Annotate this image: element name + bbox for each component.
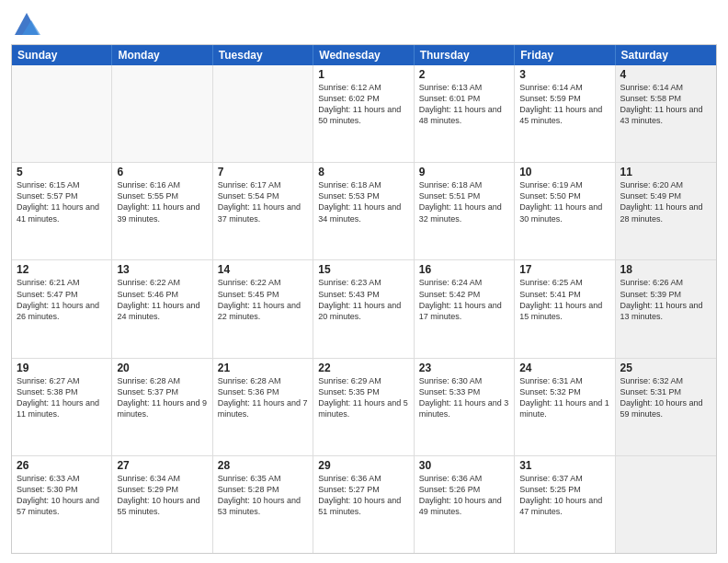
calendar-row-4: 26Sunrise: 6:33 AM Sunset: 5:30 PM Dayli…: [12, 456, 716, 553]
day-number: 31: [519, 459, 609, 472]
cell-info-text: Sunrise: 6:18 AM Sunset: 5:53 PM Dayligh…: [318, 179, 408, 224]
cell-info-text: Sunrise: 6:34 AM Sunset: 5:29 PM Dayligh…: [117, 473, 207, 518]
day-number: 13: [117, 263, 207, 276]
cell-info-text: Sunrise: 6:32 AM Sunset: 5:31 PM Dayligh…: [620, 375, 711, 420]
cell-info-text: Sunrise: 6:25 AM Sunset: 5:41 PM Dayligh…: [519, 277, 609, 322]
day-number: 4: [620, 68, 711, 81]
calendar-cell-3-5: 24Sunrise: 6:31 AM Sunset: 5:32 PM Dayli…: [515, 359, 615, 455]
calendar-cell-2-1: 13Sunrise: 6:22 AM Sunset: 5:46 PM Dayli…: [112, 260, 212, 357]
calendar-body: 1Sunrise: 6:12 AM Sunset: 6:02 PM Daylig…: [12, 65, 716, 553]
cell-info-text: Sunrise: 6:28 AM Sunset: 5:36 PM Dayligh…: [218, 375, 308, 420]
day-number: 21: [218, 362, 308, 374]
day-number: 14: [218, 263, 308, 276]
cell-info-text: Sunrise: 6:24 AM Sunset: 5:42 PM Dayligh…: [419, 277, 509, 322]
cell-info-text: Sunrise: 6:37 AM Sunset: 5:25 PM Dayligh…: [519, 473, 609, 518]
calendar-cell-3-2: 21Sunrise: 6:28 AM Sunset: 5:36 PM Dayli…: [213, 359, 313, 455]
cell-info-text: Sunrise: 6:19 AM Sunset: 5:50 PM Dayligh…: [519, 179, 609, 224]
calendar-cell-2-2: 14Sunrise: 6:22 AM Sunset: 5:45 PM Dayli…: [213, 260, 313, 357]
calendar-cell-1-5: 10Sunrise: 6:19 AM Sunset: 5:50 PM Dayli…: [515, 163, 615, 259]
cell-info-text: Sunrise: 6:14 AM Sunset: 5:59 PM Dayligh…: [519, 82, 609, 127]
day-number: 7: [218, 166, 308, 178]
header: [11, 9, 717, 37]
day-number: 19: [17, 362, 107, 374]
calendar-row-2: 12Sunrise: 6:21 AM Sunset: 5:47 PM Dayli…: [12, 260, 716, 358]
header-day-tuesday: Tuesday: [213, 45, 313, 65]
calendar-cell-0-0: [12, 65, 112, 162]
day-number: 11: [620, 166, 711, 178]
calendar-cell-1-2: 7Sunrise: 6:17 AM Sunset: 5:54 PM Daylig…: [213, 163, 313, 259]
cell-info-text: Sunrise: 6:16 AM Sunset: 5:55 PM Dayligh…: [117, 179, 207, 224]
header-day-friday: Friday: [515, 45, 615, 65]
day-number: 6: [117, 166, 207, 178]
day-number: 15: [318, 263, 408, 276]
cell-info-text: Sunrise: 6:36 AM Sunset: 5:27 PM Dayligh…: [318, 473, 408, 518]
calendar-cell-3-3: 22Sunrise: 6:29 AM Sunset: 5:35 PM Dayli…: [313, 359, 414, 455]
day-number: 10: [519, 166, 609, 178]
calendar-cell-0-5: 3Sunrise: 6:14 AM Sunset: 5:59 PM Daylig…: [515, 65, 615, 162]
cell-info-text: Sunrise: 6:28 AM Sunset: 5:37 PM Dayligh…: [117, 375, 207, 420]
calendar-cell-2-0: 12Sunrise: 6:21 AM Sunset: 5:47 PM Dayli…: [12, 260, 112, 357]
page: SundayMondayTuesdayWednesdayThursdayFrid…: [0, 0, 728, 563]
day-number: 9: [419, 166, 509, 178]
calendar-cell-3-1: 20Sunrise: 6:28 AM Sunset: 5:37 PM Dayli…: [112, 359, 212, 455]
calendar-cell-2-3: 15Sunrise: 6:23 AM Sunset: 5:43 PM Dayli…: [313, 260, 414, 357]
calendar-cell-3-4: 23Sunrise: 6:30 AM Sunset: 5:33 PM Dayli…: [415, 359, 515, 455]
calendar: SundayMondayTuesdayWednesdayThursdayFrid…: [11, 44, 717, 554]
cell-info-text: Sunrise: 6:29 AM Sunset: 5:35 PM Dayligh…: [318, 375, 408, 420]
calendar-row-0: 1Sunrise: 6:12 AM Sunset: 6:02 PM Daylig…: [12, 65, 716, 163]
cell-info-text: Sunrise: 6:23 AM Sunset: 5:43 PM Dayligh…: [318, 277, 408, 322]
logo: [11, 9, 40, 37]
calendar-cell-4-0: 26Sunrise: 6:33 AM Sunset: 5:30 PM Dayli…: [12, 456, 112, 553]
day-number: 24: [519, 362, 609, 374]
calendar-cell-4-3: 29Sunrise: 6:36 AM Sunset: 5:27 PM Dayli…: [313, 456, 414, 553]
day-number: 2: [419, 68, 509, 81]
day-number: 12: [17, 263, 107, 276]
day-number: 17: [519, 263, 609, 276]
calendar-cell-0-2: [213, 65, 313, 162]
calendar-cell-0-3: 1Sunrise: 6:12 AM Sunset: 6:02 PM Daylig…: [313, 65, 414, 162]
day-number: 23: [419, 362, 509, 374]
calendar-cell-1-4: 9Sunrise: 6:18 AM Sunset: 5:51 PM Daylig…: [415, 163, 515, 259]
logo-icon: [13, 9, 40, 37]
header-day-monday: Monday: [112, 45, 212, 65]
day-number: 1: [318, 68, 408, 81]
day-number: 30: [419, 459, 509, 472]
calendar-row-3: 19Sunrise: 6:27 AM Sunset: 5:38 PM Dayli…: [12, 359, 716, 456]
day-number: 8: [318, 166, 408, 178]
cell-info-text: Sunrise: 6:18 AM Sunset: 5:51 PM Dayligh…: [419, 179, 509, 224]
calendar-cell-4-1: 27Sunrise: 6:34 AM Sunset: 5:29 PM Dayli…: [112, 456, 212, 553]
cell-info-text: Sunrise: 6:13 AM Sunset: 6:01 PM Dayligh…: [419, 82, 509, 127]
header-day-wednesday: Wednesday: [313, 45, 414, 65]
calendar-cell-3-0: 19Sunrise: 6:27 AM Sunset: 5:38 PM Dayli…: [12, 359, 112, 455]
cell-info-text: Sunrise: 6:20 AM Sunset: 5:49 PM Dayligh…: [620, 179, 711, 224]
calendar-row-1: 5Sunrise: 6:15 AM Sunset: 5:57 PM Daylig…: [12, 163, 716, 260]
day-number: 5: [17, 166, 107, 178]
day-number: 25: [620, 362, 711, 374]
cell-info-text: Sunrise: 6:35 AM Sunset: 5:28 PM Dayligh…: [218, 473, 308, 518]
calendar-cell-1-0: 5Sunrise: 6:15 AM Sunset: 5:57 PM Daylig…: [12, 163, 112, 259]
calendar-header: SundayMondayTuesdayWednesdayThursdayFrid…: [12, 45, 716, 65]
header-day-saturday: Saturday: [616, 45, 716, 65]
cell-info-text: Sunrise: 6:22 AM Sunset: 5:46 PM Dayligh…: [117, 277, 207, 322]
cell-info-text: Sunrise: 6:36 AM Sunset: 5:26 PM Dayligh…: [419, 473, 509, 518]
day-number: 29: [318, 459, 408, 472]
day-number: 22: [318, 362, 408, 374]
calendar-cell-4-6: [616, 456, 716, 553]
cell-info-text: Sunrise: 6:15 AM Sunset: 5:57 PM Dayligh…: [17, 179, 107, 224]
day-number: 20: [117, 362, 207, 374]
calendar-cell-2-6: 18Sunrise: 6:26 AM Sunset: 5:39 PM Dayli…: [616, 260, 716, 357]
calendar-cell-0-1: [112, 65, 212, 162]
cell-info-text: Sunrise: 6:22 AM Sunset: 5:45 PM Dayligh…: [218, 277, 308, 322]
calendar-cell-0-6: 4Sunrise: 6:14 AM Sunset: 5:58 PM Daylig…: [616, 65, 716, 162]
day-number: 26: [17, 459, 107, 472]
calendar-cell-4-2: 28Sunrise: 6:35 AM Sunset: 5:28 PM Dayli…: [213, 456, 313, 553]
day-number: 27: [117, 459, 207, 472]
cell-info-text: Sunrise: 6:33 AM Sunset: 5:30 PM Dayligh…: [17, 473, 107, 518]
day-number: 18: [620, 263, 711, 276]
calendar-cell-4-5: 31Sunrise: 6:37 AM Sunset: 5:25 PM Dayli…: [515, 456, 615, 553]
cell-info-text: Sunrise: 6:14 AM Sunset: 5:58 PM Dayligh…: [620, 82, 711, 127]
calendar-cell-1-1: 6Sunrise: 6:16 AM Sunset: 5:55 PM Daylig…: [112, 163, 212, 259]
calendar-cell-0-4: 2Sunrise: 6:13 AM Sunset: 6:01 PM Daylig…: [415, 65, 515, 162]
calendar-cell-1-6: 11Sunrise: 6:20 AM Sunset: 5:49 PM Dayli…: [616, 163, 716, 259]
cell-info-text: Sunrise: 6:31 AM Sunset: 5:32 PM Dayligh…: [519, 375, 609, 420]
